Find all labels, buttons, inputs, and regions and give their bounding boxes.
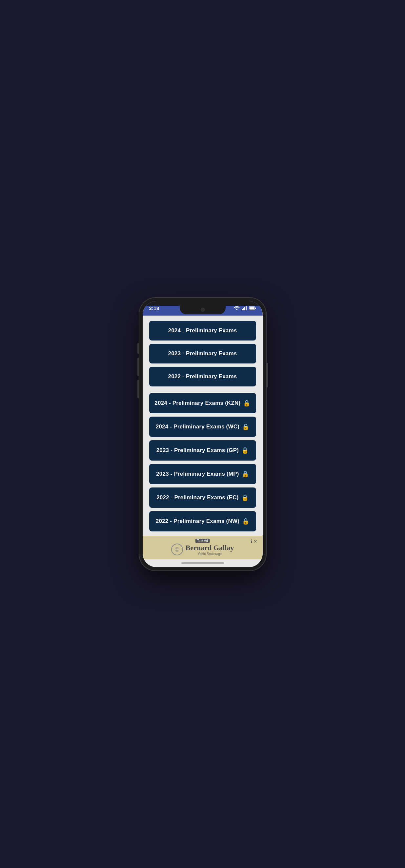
ad-brand-name: Bernard Gallay bbox=[186, 544, 234, 552]
home-bar[interactable] bbox=[181, 562, 224, 564]
btn-2023-mp[interactable]: 2023 - Preliminary Exams (MP) 🔒 bbox=[149, 464, 256, 484]
content-area: 2024 - Preliminary Exams 2023 - Prelimin… bbox=[143, 316, 263, 536]
svg-rect-2 bbox=[244, 307, 245, 310]
btn-2022-ec-label: 2022 - Preliminary Exams (EC) bbox=[156, 494, 239, 501]
home-indicator bbox=[143, 559, 263, 567]
svg-rect-6 bbox=[249, 307, 254, 309]
btn-2024-prelim[interactable]: 2024 - Preliminary Exams bbox=[149, 321, 256, 341]
btn-2023-gp-label: 2023 - Preliminary Exams (GP) bbox=[156, 447, 239, 454]
btn-2023-mp-label: 2023 - Preliminary Exams (MP) bbox=[156, 471, 239, 477]
btn-2024-wc[interactable]: 2024 - Preliminary Exams (WC) 🔒 bbox=[149, 416, 256, 437]
silent-button[interactable] bbox=[137, 380, 139, 398]
lock-icon-kzn: 🔒 bbox=[243, 400, 250, 407]
btn-2022-prelim[interactable]: 2022 - Preliminary Exams bbox=[149, 367, 256, 386]
volume-down-button[interactable] bbox=[137, 358, 139, 376]
lock-icon-wc: 🔒 bbox=[242, 423, 249, 430]
ad-logo: © bbox=[171, 544, 183, 555]
camera-notch bbox=[180, 305, 226, 314]
ad-banner: Test Ad ℹ ✕ © Bernard Gallay Yacht Broke… bbox=[143, 536, 263, 559]
lock-icon-ec: 🔒 bbox=[241, 494, 249, 501]
ad-content: © Bernard Gallay Yacht Brokerage bbox=[171, 544, 234, 556]
btn-2024-kzn[interactable]: 2024 - Preliminary Exams (KZN) 🔒 bbox=[149, 393, 256, 413]
btn-2022-ec[interactable]: 2022 - Preliminary Exams (EC) 🔒 bbox=[149, 488, 256, 508]
status-time: 3:18 bbox=[149, 305, 159, 311]
signal-icon bbox=[242, 306, 247, 310]
ad-brand-sub: Yacht Brokerage bbox=[186, 552, 234, 556]
wifi-icon bbox=[234, 306, 240, 310]
ad-close-button[interactable]: ✕ bbox=[253, 539, 257, 544]
btn-2023-prelim[interactable]: 2023 - Preliminary Exams bbox=[149, 344, 256, 364]
lock-icon-nw: 🔒 bbox=[242, 518, 249, 525]
ad-label: Test Ad bbox=[195, 539, 210, 543]
lock-icon-mp: 🔒 bbox=[242, 470, 249, 477]
btn-2023-prelim-label: 2023 - Preliminary Exams bbox=[168, 350, 237, 357]
battery-icon bbox=[249, 306, 256, 310]
btn-2022-nw-label: 2022 - Preliminary Exams (NW) bbox=[156, 518, 239, 525]
volume-up-button[interactable] bbox=[137, 343, 139, 353]
svg-rect-1 bbox=[243, 308, 244, 310]
btn-2024-wc-label: 2024 - Preliminary Exams (WC) bbox=[156, 424, 239, 430]
ad-info-icon[interactable]: ℹ bbox=[251, 539, 252, 544]
main-button-group: 2024 - Preliminary Exams 2023 - Prelimin… bbox=[149, 321, 256, 386]
btn-2024-prelim-label: 2024 - Preliminary Exams bbox=[168, 328, 237, 334]
camera-dot bbox=[201, 308, 205, 312]
btn-2022-nw[interactable]: 2022 - Preliminary Exams (NW) 🔒 bbox=[149, 511, 256, 531]
power-button[interactable] bbox=[267, 363, 268, 388]
btn-2024-kzn-label: 2024 - Preliminary Exams (KZN) bbox=[154, 400, 240, 406]
svg-rect-5 bbox=[255, 307, 256, 309]
ad-brand-text: Bernard Gallay Yacht Brokerage bbox=[186, 544, 234, 556]
btn-2023-gp[interactable]: 2023 - Preliminary Exams (GP) 🔒 bbox=[149, 440, 256, 461]
svg-rect-3 bbox=[246, 306, 247, 310]
svg-rect-0 bbox=[242, 309, 243, 310]
btn-2022-prelim-label: 2022 - Preliminary Exams bbox=[168, 373, 237, 380]
lock-icon-gp: 🔒 bbox=[241, 447, 249, 454]
status-icons bbox=[234, 306, 256, 310]
locked-button-group: 2024 - Preliminary Exams (KZN) 🔒 2024 - … bbox=[149, 393, 256, 531]
